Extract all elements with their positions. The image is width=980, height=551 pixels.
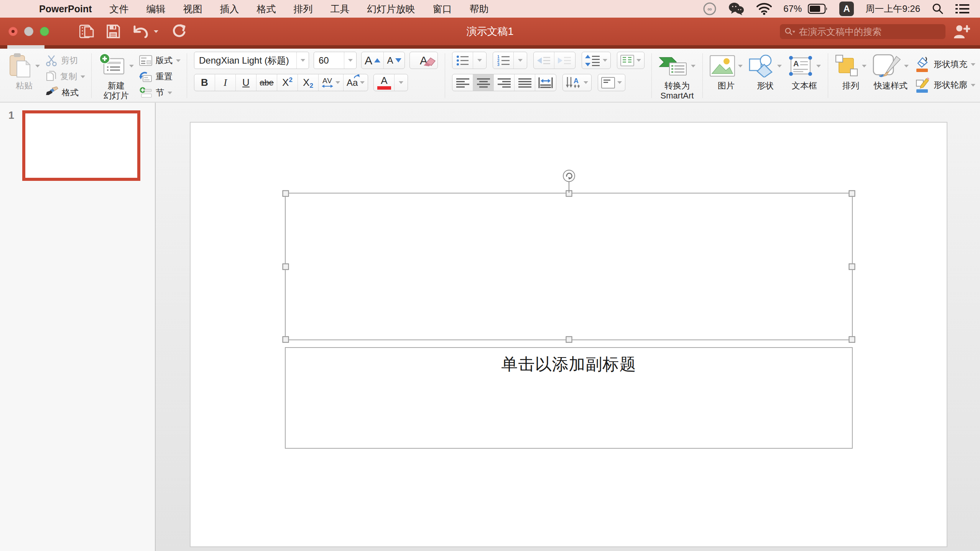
title-placeholder[interactable] — [285, 193, 853, 340]
shape-fill-button[interactable]: 形状填充 — [914, 55, 975, 74]
decrease-indent-button[interactable] — [534, 52, 554, 69]
bold-button[interactable]: B — [194, 74, 215, 91]
font-name-dropdown-arrow-icon[interactable] — [301, 59, 305, 62]
menu-help[interactable]: 帮助 — [461, 0, 498, 18]
menu-clock[interactable]: 周一上午9:26 — [865, 3, 920, 15]
subtitle-placeholder[interactable]: 单击以添加副标题 — [285, 347, 853, 449]
convert-to-smartart-button[interactable]: 转换为 SmartArt — [659, 52, 696, 101]
arrange-button[interactable]: 排列 — [835, 52, 867, 91]
menu-window[interactable]: 窗口 — [424, 0, 461, 18]
distribute-button[interactable] — [535, 74, 556, 91]
menu-format[interactable]: 格式 — [248, 0, 285, 18]
save-button[interactable] — [100, 21, 126, 42]
search-input[interactable] — [799, 26, 941, 37]
battery-icon[interactable] — [808, 3, 828, 14]
undo-dropdown-arrow-icon[interactable] — [154, 30, 158, 33]
wifi-icon[interactable] — [756, 3, 772, 15]
cut-button[interactable]: 剪切 — [45, 54, 85, 67]
text-direction-button[interactable]: A — [563, 74, 591, 91]
numbering-button[interactable]: 1 2 3 — [493, 52, 514, 69]
shrink-font-button[interactable]: A — [384, 52, 404, 69]
resize-handle-mid-right[interactable] — [849, 263, 855, 270]
justify-button[interactable] — [515, 74, 535, 91]
layout-dropdown-arrow-icon[interactable] — [176, 59, 181, 62]
align-right-button[interactable] — [494, 74, 515, 91]
menu-arrange[interactable]: 排列 — [285, 0, 322, 18]
share-people-button[interactable] — [952, 24, 970, 39]
align-center-button[interactable] — [473, 74, 494, 91]
window-zoom-button[interactable] — [40, 27, 49, 36]
underline-button[interactable]: U — [236, 74, 257, 91]
clear-formatting-button[interactable]: A — [409, 52, 438, 69]
section-dropdown-arrow-icon[interactable] — [168, 92, 172, 94]
increase-indent-button[interactable] — [554, 52, 575, 69]
numbering-dropdown[interactable] — [514, 52, 527, 69]
format-painter-button[interactable]: 格式 — [45, 86, 85, 100]
subscript-button[interactable]: X 2 — [298, 74, 319, 91]
menu-insert[interactable]: 插入 — [211, 0, 248, 18]
font-size-dropdown-arrow-icon[interactable] — [348, 59, 353, 62]
character-spacing-button[interactable]: AV — [319, 74, 344, 91]
wechat-icon[interactable] — [728, 2, 745, 16]
resize-handle-top-right[interactable] — [849, 190, 855, 197]
text-box-dropdown-arrow-icon[interactable] — [816, 65, 821, 67]
slide-thumbnail[interactable] — [22, 110, 140, 181]
new-slide-button[interactable]: 新建 幻灯片 — [99, 52, 134, 101]
menu-file[interactable]: 文件 — [101, 0, 138, 18]
picture-dropdown-arrow-icon[interactable] — [738, 65, 743, 67]
window-minimize-button[interactable] — [24, 27, 33, 36]
resize-handle-top-left[interactable] — [283, 190, 289, 197]
smartart-dropdown-arrow-icon[interactable] — [691, 65, 696, 67]
section-button[interactable]: 节 — [139, 86, 181, 100]
resize-handle-bottom-center[interactable] — [566, 336, 572, 343]
copy-dropdown-arrow-icon[interactable] — [81, 75, 85, 78]
line-spacing-button[interactable] — [582, 52, 610, 69]
font-color-dropdown[interactable] — [395, 74, 408, 91]
creative-cloud-icon[interactable]: ∞ — [703, 2, 717, 16]
align-text-button[interactable] — [598, 74, 625, 91]
layout-button[interactable]: 版式 — [139, 54, 181, 67]
character-spacing-dropdown-arrow-icon[interactable] — [335, 81, 340, 84]
search-field[interactable] — [780, 24, 945, 39]
slide[interactable]: 单击以添加副标题 — [190, 122, 947, 547]
shapes-dropdown-arrow-icon[interactable] — [777, 65, 782, 67]
shape-fill-dropdown-arrow-icon[interactable] — [971, 63, 975, 66]
window-close-button[interactable] — [8, 27, 18, 36]
resize-handle-bottom-left[interactable] — [283, 336, 289, 343]
strikethrough-button[interactable]: abe — [257, 74, 277, 91]
menu-view[interactable]: 视图 — [174, 0, 211, 18]
bullets-button[interactable] — [452, 52, 473, 69]
change-case-dropdown-arrow-icon[interactable] — [360, 81, 365, 84]
quick-styles-button[interactable]: 快速样式 — [873, 52, 909, 91]
shapes-button[interactable]: 形状 — [749, 52, 782, 91]
text-box-button[interactable]: A 文本框 — [788, 52, 821, 91]
menu-powerpoint[interactable]: PowerPoint — [29, 0, 101, 18]
reset-button[interactable]: 重置 — [139, 70, 181, 84]
resize-handle-bottom-right[interactable] — [849, 336, 855, 343]
copy-button[interactable]: 复制 — [45, 70, 85, 84]
input-source-badge[interactable]: A — [839, 2, 854, 16]
align-left-button[interactable] — [452, 74, 473, 91]
spotlight-search-icon[interactable] — [932, 3, 944, 15]
shape-outline-button[interactable]: 形状轮廓 — [914, 76, 975, 94]
italic-button[interactable]: I — [215, 74, 236, 91]
notification-center-icon[interactable] — [955, 3, 969, 14]
font-name-combo[interactable]: DengXian Light (标题) — [194, 52, 309, 69]
font-color-button[interactable]: A — [374, 74, 395, 91]
font-size-combo[interactable]: 60 — [314, 52, 357, 69]
menu-edit[interactable]: 编辑 — [138, 0, 174, 18]
arrange-dropdown-arrow-icon[interactable] — [862, 65, 867, 67]
paste-button[interactable]: 粘贴 — [8, 52, 40, 91]
bullets-dropdown[interactable] — [473, 52, 486, 69]
quick-styles-dropdown-arrow-icon[interactable] — [904, 65, 909, 67]
resize-handle-mid-left[interactable] — [283, 263, 289, 270]
picture-button[interactable]: 图片 — [710, 52, 743, 91]
apple-menu[interactable] — [12, 0, 29, 18]
shape-outline-dropdown-arrow-icon[interactable] — [971, 84, 975, 87]
new-slide-dropdown-arrow-icon[interactable] — [129, 65, 134, 67]
toggle-ribbon-button[interactable] — [73, 21, 100, 42]
rotation-handle[interactable] — [563, 170, 575, 182]
columns-button[interactable] — [617, 52, 644, 69]
undo-button[interactable] — [126, 21, 164, 42]
superscript-button[interactable]: X 2 — [277, 74, 298, 91]
